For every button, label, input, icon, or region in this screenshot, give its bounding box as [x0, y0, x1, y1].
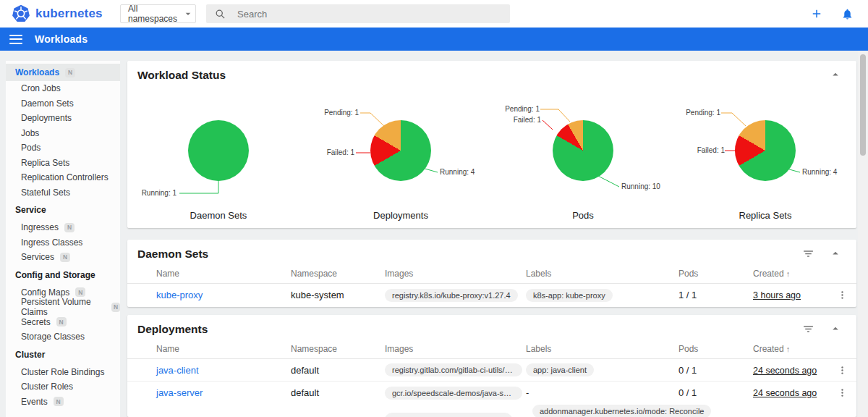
workload-status-title: Workload Status: [137, 69, 226, 82]
resource-name-link[interactable]: java-client: [156, 365, 199, 376]
pie-daemon-sets: [188, 120, 249, 181]
sidebar-item-label: Deployments: [21, 113, 72, 123]
sidebar-section-config-and-storage: Config and Storage: [6, 265, 120, 285]
kubernetes-logo[interactable]: kubernetes: [12, 4, 103, 23]
resource-name-link[interactable]: java-server: [156, 387, 203, 398]
col-images: Images: [385, 344, 526, 354]
table-header: Name Namespace Images Labels Pods Create…: [127, 264, 856, 284]
col-pods[interactable]: Pods: [678, 269, 753, 279]
col-name[interactable]: Name: [156, 269, 291, 279]
resource-name-link[interactable]: kube-proxy: [156, 290, 203, 300]
sidebar-nav: WorkloadsNCron JobsDaemon SetsDeployment…: [6, 61, 120, 417]
sidebar-item-pods[interactable]: Pods: [6, 140, 120, 156]
sidebar-item-daemon-sets[interactable]: Daemon Sets: [6, 96, 120, 111]
image-chip: registry.gitlab.com/gitlab-ci-utils/curl…: [385, 363, 522, 376]
sidebar-section-service: Service: [6, 200, 120, 220]
sidebar-item-label: Daemon Sets: [21, 98, 74, 109]
image-chip: gcr.io/speedscale-demos/java-server:1.0.…: [385, 387, 522, 400]
label-chip: app: java-client: [526, 363, 594, 376]
created-link[interactable]: 24 seconds ago: [753, 388, 817, 398]
brand-name: kubernetes: [35, 7, 103, 21]
sidebar-item-persistent-volume-claims[interactable]: Persistent Volume ClaimsN: [6, 300, 120, 315]
sort-asc-icon: ↑: [786, 269, 791, 278]
col-labels: Labels: [526, 269, 678, 279]
col-pods[interactable]: Pods: [678, 344, 753, 354]
sidebar-section-cluster: Cluster: [6, 345, 120, 365]
top-bar: kubernetes All namespaces: [0, 0, 868, 28]
label-chip: k8s-app: kube-proxy: [526, 289, 613, 302]
new-badge: N: [54, 397, 64, 406]
labels-cell: k8s-app: kube-proxy: [526, 289, 678, 302]
namespace-selector-value: All namespaces: [128, 4, 182, 24]
sidebar-item-label: Persistent Volume Claims: [21, 297, 106, 317]
created-link[interactable]: 3 hours ago: [753, 290, 801, 300]
status-cell: [127, 290, 156, 300]
plus-icon: [810, 7, 823, 20]
new-badge: N: [56, 317, 67, 327]
created-link[interactable]: 24 seconds ago: [753, 366, 817, 376]
col-namespace[interactable]: Namespace: [291, 344, 385, 354]
sidebar-item-ingresses[interactable]: IngressesN: [6, 220, 120, 235]
sidebar-item-jobs[interactable]: Jobs: [6, 126, 120, 141]
sidebar-item-cluster-role-bindings[interactable]: Cluster Role Bindings: [6, 365, 120, 380]
sidebar-item-workloads[interactable]: WorkloadsN: [6, 64, 120, 81]
sort-asc-icon: ↑: [786, 345, 791, 353]
table-row: kube-proxykube-systemregistry.k8s.io/kub…: [127, 284, 856, 306]
namespace-selector[interactable]: All namespaces: [120, 4, 196, 23]
sidebar-item-cron-jobs[interactable]: Cron Jobs: [6, 81, 120, 96]
menu-button[interactable]: [9, 35, 22, 44]
workload-status-card: Workload Status Running: 1 Daemon Sets: [127, 61, 856, 228]
row-menu-button[interactable]: [837, 365, 848, 376]
sidebar-item-label: Cron Jobs: [21, 83, 61, 93]
created-cell: 24 seconds ago: [753, 387, 827, 398]
sidebar-item-label: Cluster Roles: [21, 382, 73, 392]
sidebar-item-label: Storage Classes: [21, 332, 85, 342]
row-menu-button[interactable]: [837, 290, 848, 300]
kebab-menu-icon: [837, 387, 848, 398]
scrollbar-thumb[interactable]: [860, 54, 866, 156]
chart-title: Daemon Sets: [127, 210, 310, 221]
filter-icon[interactable]: [802, 323, 814, 335]
table-row: java-serverdefaultgcr.io/speedscale-demo…: [127, 382, 856, 404]
collapse-icon[interactable]: [829, 247, 842, 260]
col-created[interactable]: Created↑: [753, 269, 827, 279]
sidebar-item-events[interactable]: EventsN: [6, 395, 120, 410]
sidebar-item-deployments[interactable]: Deployments: [6, 111, 120, 126]
sidebar-item-replication-controllers[interactable]: Replication Controllers: [6, 170, 120, 185]
pie-label-pending: Pending: 1: [324, 109, 359, 117]
created-cell: 3 hours ago: [753, 290, 827, 300]
col-name[interactable]: Name: [156, 344, 291, 354]
collapse-icon[interactable]: [829, 68, 842, 81]
col-labels: Labels: [526, 344, 678, 354]
col-created[interactable]: Created↑: [753, 344, 827, 354]
search-input[interactable]: [237, 9, 476, 20]
search-bar: [206, 4, 510, 23]
labels-cell: -: [526, 387, 678, 398]
sidebar-item-storage-classes[interactable]: Storage Classes: [6, 329, 120, 345]
sidebar-item-services[interactable]: ServicesN: [6, 250, 120, 265]
row-menu-button[interactable]: [837, 387, 848, 398]
deployments-title: Deployments: [137, 323, 208, 336]
namespace-cell: default: [291, 365, 385, 376]
sidebar-item-stateful-sets[interactable]: Stateful Sets: [6, 185, 120, 201]
pie-deployments: [370, 120, 431, 181]
page-title: Workloads: [35, 33, 88, 45]
sidebar-item-ingress-classes[interactable]: Ingress Classes: [6, 235, 120, 250]
chevron-down-icon: [182, 7, 194, 20]
sidebar-item-label: Ingress Classes: [21, 237, 82, 248]
collapse-icon[interactable]: [829, 322, 842, 335]
deployments-rows: java-clientdefaultregistry.gitlab.com/gi…: [127, 359, 856, 404]
new-badge: N: [65, 68, 75, 77]
filter-icon[interactable]: [802, 248, 814, 260]
notifications-button[interactable]: [839, 6, 855, 22]
table-row: java-clientdefaultregistry.gitlab.com/gi…: [127, 359, 856, 382]
pods-cell: 1 / 1: [678, 290, 753, 300]
sidebar-item-cluster-roles[interactable]: Cluster Roles: [6, 379, 120, 395]
image-chip: registry.k8s.io/kube-proxy:v1.27.4: [385, 289, 518, 302]
sidebar-item-replica-sets[interactable]: Replica Sets: [6, 156, 120, 171]
col-namespace[interactable]: Namespace: [291, 269, 385, 279]
create-resource-button[interactable]: [809, 6, 825, 22]
status-cell: [127, 365, 156, 376]
chart-replica-sets: Pending: 1 Failed: 1 Running: 4 Replica …: [674, 87, 856, 228]
name-cell: kube-proxy: [156, 290, 291, 300]
